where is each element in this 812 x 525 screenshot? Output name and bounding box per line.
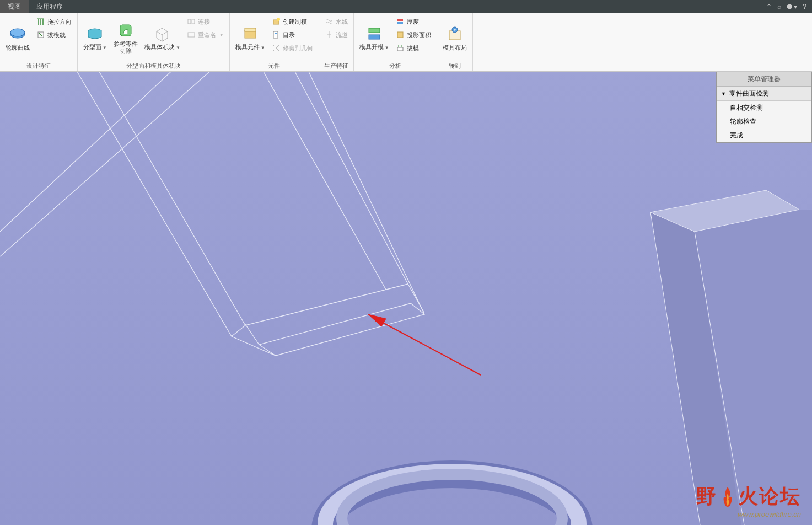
graduation-icon[interactable]: ⬢ ▾: [787, 3, 797, 10]
refpart-label: 参考零件 切除: [114, 40, 138, 55]
draftan-icon: [396, 44, 405, 52]
parting-icon: [86, 25, 104, 42]
annotation-arrow: [368, 314, 481, 375]
menu-item-contour-check[interactable]: 轮廓检查: [717, 115, 811, 128]
svg-rect-12: [275, 33, 277, 34]
chevron-down-icon: ▼: [261, 45, 265, 50]
projection-icon: [396, 30, 405, 39]
svg-rect-5: [192, 19, 195, 24]
menu-application[interactable]: 应用程序: [29, 0, 71, 13]
refpart-icon: [117, 22, 135, 39]
draft-line-button[interactable]: 拔模线: [34, 29, 74, 41]
menubar-right: ⌃ ⌕ ⬢ ▾ ?: [766, 3, 812, 10]
model-wireframe: [0, 72, 812, 525]
catalog-icon: [272, 30, 281, 39]
svg-rect-11: [273, 31, 278, 38]
svg-rect-13: [369, 28, 380, 33]
mold-component-button[interactable]: 模具元件▼: [233, 15, 267, 61]
group-label-goto: 转到: [440, 61, 469, 70]
group-label-design: 设计特征: [3, 61, 74, 70]
menu-item-self-intersect[interactable]: 自相交检测: [717, 101, 811, 115]
pull-direction-button[interactable]: 拖拉方向: [34, 15, 74, 28]
menu-item-done[interactable]: 完成: [717, 128, 811, 142]
menu-view[interactable]: 视图: [0, 0, 29, 13]
group-design-feature: 轮廓曲线 拖拉方向 拔模线 设计特征: [0, 13, 78, 71]
trim-button: 修剪到几何: [270, 42, 315, 54]
contour-icon: [9, 25, 26, 43]
watermark: 野 火论坛 www.proewildfire.cn: [696, 483, 801, 518]
menu-manager-panel: 菜单管理器 ▼ 零件曲面检测 自相交检测 轮廓检查 完成: [716, 72, 812, 143]
moldcomp-icon: [241, 25, 259, 42]
create-mold-button[interactable]: 创建制模: [270, 15, 315, 28]
group-label-production: 生产特征: [322, 61, 350, 70]
mold-open-button[interactable]: 模具开模▼: [357, 15, 391, 61]
parting-surface-button[interactable]: 分型面▼: [81, 15, 109, 61]
rename-button: 重命名▼: [185, 29, 226, 41]
svg-rect-17: [397, 32, 403, 38]
chevron-down-icon: ▼: [385, 45, 389, 50]
svg-rect-18: [397, 47, 403, 51]
ribbon: 轮廓曲线 拖拉方向 拔模线 设计特征 分型面▼: [0, 13, 812, 72]
projection-area-button[interactable]: 投影面积: [394, 29, 433, 41]
chevron-up-icon[interactable]: ⌃: [766, 3, 772, 10]
ref-part-cut-button[interactable]: 参考零件 切除: [111, 15, 140, 61]
svg-rect-8: [245, 28, 256, 31]
water-icon: [325, 17, 334, 26]
chevron-down-icon: ▼: [103, 45, 107, 50]
group-label-parting: 分型面和模具体积块: [81, 61, 226, 70]
svg-point-1: [10, 29, 25, 36]
draft-analysis-button[interactable]: 拔模: [394, 42, 433, 54]
svg-rect-4: [188, 19, 191, 24]
draft-label: 拔模线: [47, 31, 66, 39]
create-icon: [272, 17, 281, 26]
layout-icon: [446, 25, 464, 43]
svg-rect-14: [369, 35, 380, 39]
connect-icon: [187, 17, 196, 26]
runner-icon: [325, 30, 334, 39]
catalog-button[interactable]: 目录: [270, 29, 315, 41]
watermark-url: www.proewildfire.cn: [696, 510, 801, 518]
group-production: 水线 流道 生产特征: [319, 13, 354, 71]
menu-panel-title: 菜单管理器: [717, 72, 811, 87]
contour-label: 轮廓曲线: [6, 44, 30, 51]
viewport-3d[interactable]: [0, 72, 812, 525]
chevron-down-icon: ▼: [721, 91, 726, 97]
search-icon[interactable]: ⌕: [777, 3, 781, 10]
rename-icon: [187, 30, 196, 39]
watermark-logo: 野 火论坛: [696, 483, 801, 510]
group-component: 模具元件▼ 创建制模 目录 修剪到几何 元件: [230, 13, 319, 71]
chevron-down-icon: ▼: [176, 45, 180, 50]
runner-button: 流道: [322, 29, 350, 41]
group-label-analysis: 分析: [357, 61, 433, 70]
thickness-icon: [396, 17, 405, 26]
svg-rect-16: [397, 22, 403, 24]
svg-rect-6: [188, 33, 195, 37]
flame-icon: [719, 486, 736, 508]
group-goto: 模具布局 转到: [437, 13, 473, 71]
waterline-button: 水线: [322, 15, 350, 28]
layout-label: 模具布局: [443, 44, 467, 51]
group-parting: 分型面▼ 参考零件 切除 模具体积块▼ 连接 重命名▼ 分型: [78, 13, 230, 71]
menubar: 视图 应用程序 ⌃ ⌕ ⬢ ▾ ?: [0, 0, 812, 13]
group-label-component: 元件: [233, 61, 315, 70]
draft-icon: [36, 30, 45, 39]
mold-layout-button[interactable]: 模具布局: [440, 15, 469, 61]
svg-point-10: [277, 18, 280, 21]
mold-volume-button[interactable]: 模具体积块▼: [142, 15, 182, 61]
connect-button: 连接: [185, 15, 226, 28]
svg-rect-15: [397, 19, 403, 21]
pull-label: 拖拉方向: [47, 18, 72, 26]
contour-curve-button[interactable]: 轮廓曲线: [3, 15, 32, 61]
menu-panel-header[interactable]: ▼ 零件曲面检测: [717, 87, 811, 101]
pull-icon: [36, 17, 45, 26]
svg-line-24: [378, 320, 481, 375]
moldopen-icon: [365, 25, 383, 42]
trim-icon: [272, 44, 281, 52]
thickness-button[interactable]: 厚度: [394, 15, 433, 28]
volume-icon: [153, 25, 171, 42]
help-icon[interactable]: ?: [803, 3, 806, 10]
group-analysis: 模具开模▼ 厚度 投影面积 拔模 分析: [354, 13, 437, 71]
